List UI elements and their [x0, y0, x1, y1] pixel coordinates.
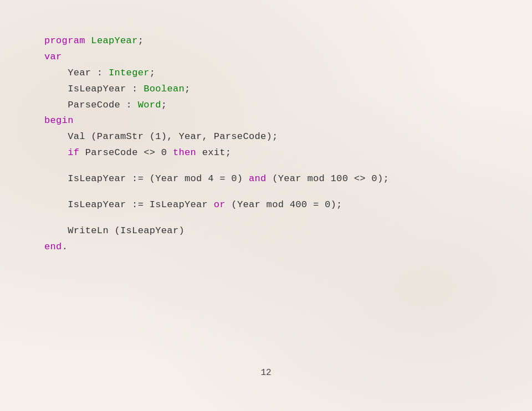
identifier-leapyear: LeapYear — [91, 35, 137, 46]
code-line-1: program LeapYear; — [44, 33, 488, 49]
spacer-2 — [44, 187, 488, 197]
keyword-var: var — [44, 52, 62, 62]
code-line-10: IsLeapYear := IsLeapYear or (Year mod 40… — [44, 197, 488, 213]
code-block: program LeapYear; var Year : Integer; Is… — [44, 28, 488, 368]
semi-4: ; — [185, 84, 191, 94]
code-line-12: end. — [44, 239, 488, 255]
keyword-program: program — [44, 35, 85, 46]
type-word: Word — [138, 100, 161, 110]
spacer-1 — [44, 161, 488, 171]
code-line-4: IsLeapYear : Boolean; — [44, 81, 488, 97]
code-line-8: if ParseCode <> 0 then exit; — [44, 145, 488, 161]
type-integer: Integer — [109, 68, 150, 78]
indent-parsecode: ParseCode : — [44, 100, 138, 110]
code-line-5: ParseCode : Word; — [44, 97, 488, 114]
keyword-and: and — [249, 173, 267, 184]
page-content: program LeapYear; var Year : Integer; Is… — [0, 0, 532, 411]
keyword-if: if — [68, 147, 79, 158]
isleapyear-assign-1: IsLeapYear := (Year mod 4 = 0) — [44, 173, 249, 184]
year-mod-100: (Year mod 100 <> 0); — [267, 173, 389, 184]
val-statement: Val (ParamStr (1), Year, ParseCode); — [44, 131, 278, 142]
space — [85, 35, 91, 46]
indent-isleapyear: IsLeapYear : — [44, 84, 144, 94]
keyword-then: then — [173, 147, 196, 158]
keyword-or: or — [214, 199, 226, 210]
keyword-end: end — [44, 242, 62, 252]
semicolon: ; — [138, 35, 144, 46]
code-line-3: Year : Integer; — [44, 65, 488, 81]
dot-end: . — [62, 242, 68, 252]
semi-5: ; — [161, 100, 167, 110]
code-line-11: WriteLn (IsLeapYear) — [44, 223, 488, 239]
code-line-2: var — [44, 49, 488, 65]
year-mod-400: (Year mod 400 = 0); — [226, 199, 342, 210]
exit-statement: exit; — [196, 147, 231, 158]
type-boolean: Boolean — [144, 84, 185, 94]
code-line-9: IsLeapYear := (Year mod 4 = 0) and (Year… — [44, 171, 488, 187]
indent-if — [44, 147, 68, 158]
indent-year: Year : — [44, 68, 109, 78]
isleapyear-assign-2: IsLeapYear := IsLeapYear — [44, 199, 214, 210]
code-line-7: Val (ParamStr (1), Year, ParseCode); — [44, 129, 488, 145]
writeln-statement: WriteLn (IsLeapYear) — [44, 225, 185, 236]
spacer-3 — [44, 213, 488, 223]
parsecode-condition: ParseCode <> 0 — [79, 147, 173, 158]
page-number: 12 — [44, 368, 488, 389]
semi-3: ; — [150, 68, 156, 78]
keyword-begin: begin — [44, 115, 74, 126]
code-line-6: begin — [44, 113, 488, 129]
